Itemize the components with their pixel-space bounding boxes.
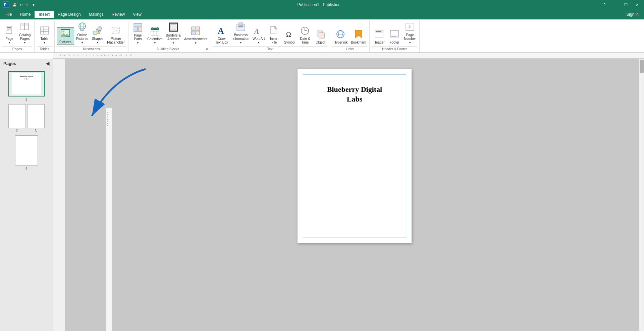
- svg-rect-9: [21, 24, 24, 24]
- borders-accents-button[interactable]: Borders &Accents ▼: [165, 22, 182, 45]
- tab-file[interactable]: File: [1, 11, 16, 18]
- wordart-button[interactable]: A WordArt ▼: [251, 25, 266, 45]
- wordart-label: WordArt: [253, 37, 265, 41]
- tab-view[interactable]: View: [129, 11, 146, 18]
- pages-collapse-button[interactable]: ◀: [46, 61, 49, 66]
- restore-button[interactable]: ❐: [622, 2, 630, 8]
- tab-home[interactable]: Home: [16, 11, 35, 18]
- page-canvas[interactable]: Blueberry Digital Labs: [298, 69, 412, 243]
- page-num-1: 1: [25, 98, 28, 102]
- date-time-button[interactable]: Date &Time: [298, 25, 312, 45]
- ribbon: File Home Insert Page Design Mailings Re…: [0, 9, 644, 59]
- pictures-label: Pictures: [59, 40, 71, 44]
- catalog-pages-icon: [20, 22, 29, 32]
- sign-in-link[interactable]: Sign in: [622, 11, 643, 18]
- ribbon-group-tables: Table ▼ Tables: [35, 21, 55, 52]
- undo-button[interactable]: ↩: [19, 3, 23, 7]
- advertisements-button[interactable]: Advertisements ▼: [183, 25, 209, 45]
- picture-placeholder-label: PicturePlaceholder: [107, 37, 125, 44]
- online-pictures-button[interactable]: OnlinePictures ▼: [75, 21, 90, 45]
- calendars-button[interactable]: Calendars ▼: [146, 25, 164, 45]
- page-number-caret: ▼: [409, 41, 411, 44]
- business-information-icon: [236, 22, 246, 32]
- page-thumb-4[interactable]: [15, 135, 38, 166]
- save-button[interactable]: 💾: [11, 3, 17, 7]
- svg-rect-43: [171, 24, 176, 30]
- insert-file-button[interactable]: InsertFile: [267, 25, 281, 45]
- close-button[interactable]: ✕: [633, 2, 641, 8]
- svg-rect-34: [138, 27, 142, 31]
- footer-label: Footer: [390, 41, 399, 44]
- pictures-icon: [61, 28, 70, 40]
- page-3-container: 3: [27, 104, 45, 133]
- minimize-button[interactable]: ─: [611, 2, 619, 7]
- canvas-inner: Blueberry Digital Labs: [65, 59, 644, 331]
- ribbon-group-pages: Page ▼ CatalogPages ▼ Pages: [0, 21, 35, 52]
- footer-button[interactable]: Footer: [387, 29, 402, 45]
- illustrations-group-label: Illustrations: [57, 46, 126, 52]
- bookmark-button[interactable]: Bookmark: [350, 29, 367, 45]
- title-bar-left: P 💾 ↩ ↪ ▼: [3, 1, 36, 8]
- ribbon-group-building-blocks: PageParts ▼ Calendars ▼ Borders &Accents…: [128, 21, 211, 52]
- header-footer-group-items: Header Footer # PageNumber ▼: [372, 21, 417, 46]
- help-button[interactable]: ?: [601, 2, 608, 7]
- ruler-horizontal: /* ruler drawn via CSS */ ...-5...-4...-…: [53, 53, 644, 59]
- page-num-3: 3: [35, 129, 37, 133]
- shapes-button[interactable]: Shapes ▼: [90, 25, 105, 45]
- page-number-label: PageNumber: [404, 33, 416, 41]
- symbol-button[interactable]: Ω Symbol: [282, 29, 297, 45]
- symbol-label: Symbol: [284, 41, 295, 44]
- tab-mailings[interactable]: Mailings: [85, 11, 108, 18]
- page-button[interactable]: Page ▼: [2, 25, 17, 45]
- page-content-text: Blueberry Digital Labs: [303, 75, 406, 104]
- page-num-2: 2: [16, 129, 18, 133]
- object-label: Object: [316, 41, 325, 44]
- svg-rect-51: [238, 26, 244, 27]
- pages-title: Pages: [3, 61, 16, 66]
- pages-list: Blueberry DigitalLabs 1 2 3: [0, 68, 53, 331]
- redo-button[interactable]: ↪: [25, 3, 30, 7]
- pictures-button[interactable]: Pictures: [57, 27, 74, 45]
- page-thumb-row-23: 2 3: [8, 104, 45, 133]
- page-thumb-1[interactable]: Blueberry DigitalLabs: [8, 71, 45, 96]
- table-button[interactable]: Table ▼: [37, 25, 52, 45]
- window-title: Publication1 - Publisher: [36, 2, 601, 7]
- draw-text-box-label: DrawText Box: [215, 37, 228, 44]
- header-button[interactable]: Header: [372, 29, 386, 45]
- page-parts-icon: [133, 22, 143, 33]
- building-blocks-dialog-launcher[interactable]: ⧉: [205, 48, 209, 51]
- table-label: Table: [41, 37, 49, 41]
- scrollbar-v-thumb[interactable]: [640, 60, 644, 73]
- svg-marker-67: [355, 30, 362, 38]
- picture-placeholder-button[interactable]: PicturePlaceholder: [106, 25, 126, 45]
- ribbon-tab-bar: File Home Insert Page Design Mailings Re…: [0, 9, 644, 19]
- scrollbar-vertical[interactable]: [639, 59, 644, 331]
- pages-group-items: Page ▼ CatalogPages ▼: [2, 21, 32, 46]
- svg-point-19: [62, 30, 64, 32]
- hyperlink-button[interactable]: Hyperlink: [332, 29, 349, 45]
- catalog-pages-button[interactable]: CatalogPages ▼: [17, 21, 32, 45]
- svg-text:P: P: [4, 3, 6, 7]
- business-information-button[interactable]: BusinessInformation ▼: [231, 21, 251, 45]
- page-2-container: 2: [8, 104, 26, 133]
- pages-group-label: Pages: [2, 46, 32, 52]
- shapes-icon: [93, 26, 102, 36]
- draw-text-box-button[interactable]: A DrawText Box: [213, 24, 230, 45]
- page-number-button[interactable]: # PageNumber ▼: [402, 21, 417, 45]
- page-thumb-2[interactable]: [8, 104, 26, 128]
- hyperlink-icon: [336, 29, 345, 40]
- tab-page-design[interactable]: Page Design: [54, 11, 85, 18]
- online-pictures-icon: [77, 22, 87, 32]
- customize-quick-access[interactable]: ▼: [31, 3, 36, 7]
- online-pictures-caret: ▼: [81, 41, 84, 44]
- tab-review[interactable]: Review: [108, 11, 129, 18]
- catalog-pages-caret: ▼: [23, 41, 26, 44]
- object-button[interactable]: Object: [313, 29, 328, 45]
- tab-insert[interactable]: Insert: [35, 11, 54, 18]
- shapes-label: Shapes: [92, 37, 103, 41]
- page-thumb-3[interactable]: [27, 104, 45, 128]
- page-caret: ▼: [8, 41, 11, 44]
- page-parts-button[interactable]: PageParts ▼: [130, 22, 145, 45]
- pages-panel: Pages ◀ Blueberry DigitalLabs 1 2: [0, 59, 53, 331]
- links-group-items: Hyperlink Bookmark: [332, 21, 367, 46]
